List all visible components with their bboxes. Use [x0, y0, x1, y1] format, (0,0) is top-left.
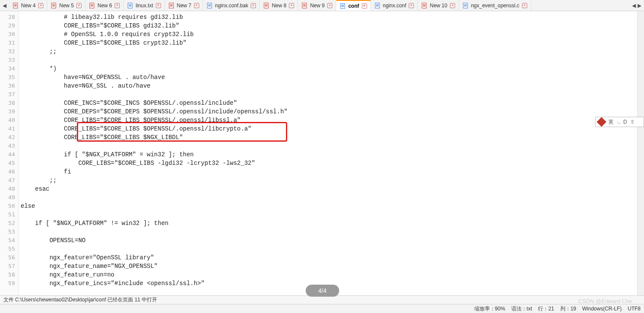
line-number: 51	[0, 210, 15, 219]
code-line[interactable]: ;;	[21, 47, 637, 56]
code-line[interactable]: # libeay32.lib requires gdi32.lib	[21, 13, 637, 21]
vertical-scrollbar[interactable]	[637, 11, 644, 295]
line-number: 56	[0, 253, 15, 262]
close-icon[interactable]: ×	[362, 3, 367, 9]
code-line[interactable]	[21, 245, 637, 253]
line-number: 46	[0, 167, 15, 176]
line-number: 38	[0, 99, 15, 107]
tab-new-5[interactable]: New 5×	[47, 0, 85, 11]
line-number: 44	[0, 150, 15, 159]
code-line[interactable]: CORE_LIBS="$CORE_LIBS gdi32.lib"	[21, 21, 637, 30]
close-icon[interactable]: ×	[327, 3, 332, 8]
tab-label: conf	[348, 3, 359, 9]
tab-ngx-event-openssl-c[interactable]: ngx_event_openssl.c×	[459, 0, 531, 11]
close-icon[interactable]: ×	[289, 3, 294, 8]
tab-new-7[interactable]: New 7×	[165, 0, 203, 11]
tab-nginx-conf[interactable]: nginx.conf×	[371, 0, 418, 11]
tab-new-6[interactable]: New 6×	[85, 0, 124, 11]
close-icon[interactable]: ×	[409, 3, 414, 8]
line-number: 58	[0, 270, 15, 279]
tab-new-10[interactable]: New 10×	[418, 0, 459, 11]
code-line[interactable]: ngx_feature="OpenSSL library"	[21, 253, 637, 262]
code-line[interactable]: CORE_LIBS="$CORE_LIBS $OPENSSL/.openssl/…	[21, 125, 637, 133]
ime-shift-icon: ⇧	[630, 119, 635, 125]
code-line[interactable]: have=NGX_OPENSSL . auto/have	[21, 73, 637, 82]
line-number: 34	[0, 64, 15, 73]
svg-rect-39	[376, 6, 379, 6]
code-line[interactable]	[21, 228, 637, 236]
code-line[interactable]: CORE_LIBS="$CORE_LIBS -lgdi32 -lcrypt32 …	[21, 159, 637, 167]
close-icon[interactable]: ×	[156, 3, 161, 8]
close-icon[interactable]: ×	[115, 3, 120, 8]
line-number: 57	[0, 262, 15, 270]
code-line[interactable]: CORE_INCS="$CORE_INCS $OPENSSL/.openssl/…	[21, 99, 637, 107]
file-icon	[374, 3, 380, 9]
ime-floater[interactable]: 英 ·, D ⇧	[595, 117, 644, 127]
code-line[interactable]: have=NGX_SSL . auto/have	[21, 82, 637, 90]
syntax-field: 语法：txt	[511, 305, 532, 313]
code-line[interactable]: ngx_feature_run=no	[21, 270, 637, 279]
tab-scroll-right-icon[interactable]: ▶	[637, 3, 642, 9]
code-line[interactable]: else	[21, 202, 637, 210]
svg-rect-3	[14, 6, 17, 6]
line-number: 30	[0, 30, 15, 39]
line-number: 45	[0, 159, 15, 167]
ime-sep: ·,	[617, 119, 620, 125]
close-icon[interactable]: ×	[38, 3, 43, 8]
code-line[interactable]: ;;	[21, 176, 637, 185]
code-line[interactable]: CORE_LIBS="$CORE_LIBS $NGX_LIBDL"	[21, 133, 637, 142]
svg-rect-34	[341, 6, 344, 6]
close-icon[interactable]: ×	[450, 3, 455, 8]
close-icon[interactable]: ×	[194, 3, 199, 8]
code-line[interactable]: CORE_LIBS="$CORE_LIBS crypt32.lib"	[21, 39, 637, 47]
tab-scroll-left2-icon[interactable]: ◀	[631, 3, 637, 9]
code-line[interactable]: fi	[21, 167, 637, 176]
close-icon[interactable]: ×	[76, 3, 82, 8]
line-number: 50	[0, 202, 15, 210]
file-icon	[340, 3, 346, 9]
code-line[interactable]	[21, 56, 637, 64]
close-icon[interactable]: ×	[522, 3, 527, 8]
tab-scroll-left-icon[interactable]: ◀	[2, 3, 7, 9]
code-line[interactable]: esac	[21, 185, 637, 193]
svg-rect-33	[341, 5, 344, 5]
code-line[interactable]: # OpenSSL 1.0.0 requires crypt32.lib	[21, 30, 637, 39]
line-number: 33	[0, 56, 15, 64]
svg-rect-2	[14, 5, 17, 6]
tab-new-4[interactable]: New 4×	[9, 0, 47, 11]
svg-rect-5	[52, 4, 55, 5]
file-icon	[421, 3, 427, 9]
svg-rect-47	[464, 6, 467, 6]
ime-mode: D	[623, 119, 627, 125]
code-line[interactable]: ngx_feature_name="NGX_OPENSSL"	[21, 262, 637, 270]
code-line[interactable]: *)	[21, 64, 637, 73]
tab-label: New 6	[97, 3, 112, 9]
line-number: 32	[0, 47, 15, 56]
tab-new-8[interactable]: New 8×	[260, 0, 298, 11]
file-icon	[168, 3, 174, 9]
code-line[interactable]	[21, 142, 637, 150]
tab-nginx-conf-bak[interactable]: nginx.conf.bak×	[203, 0, 260, 11]
status-bar-info: 缩放率：90% 语法：txt 行：21 列：19 Windows(CR-LF) …	[0, 304, 644, 313]
tab-linux-txt[interactable]: linux.txt×	[124, 0, 165, 11]
svg-rect-6	[52, 5, 55, 6]
code-area[interactable]: # libeay32.lib requires gdi32.lib CORE_L…	[19, 11, 637, 295]
code-line[interactable]	[21, 90, 637, 99]
tab-label: New 9	[310, 3, 325, 9]
tab-new-9[interactable]: New 9×	[298, 0, 336, 11]
line-number: 43	[0, 142, 15, 150]
line-number: 52	[0, 219, 15, 228]
code-line[interactable]: if [ "$NGX_PLATFORM" = win32 ]; then	[21, 150, 637, 159]
code-line[interactable]: CORE_DEPS="$CORE_DEPS $OPENSSL/.openssl/…	[21, 107, 637, 116]
code-line[interactable]: CORE_LIBS="$CORE_LIBS $OPENSSL/.openssl/…	[21, 116, 637, 125]
code-line[interactable]	[21, 210, 637, 219]
code-line[interactable]: OPENSSL=NO	[21, 236, 637, 245]
close-icon[interactable]: ×	[251, 3, 256, 8]
tab-conf[interactable]: conf×	[336, 0, 371, 11]
ime-logo-icon	[597, 117, 607, 127]
code-line[interactable]	[21, 193, 637, 202]
code-line[interactable]: if [ "$NGX_PLATFORM" != win32 ]; then	[21, 219, 637, 228]
svg-rect-1	[14, 4, 17, 5]
svg-rect-23	[208, 6, 211, 6]
tab-bar: ◀ New 4×New 5×New 6×linux.txt×New 7×ngin…	[0, 0, 644, 11]
